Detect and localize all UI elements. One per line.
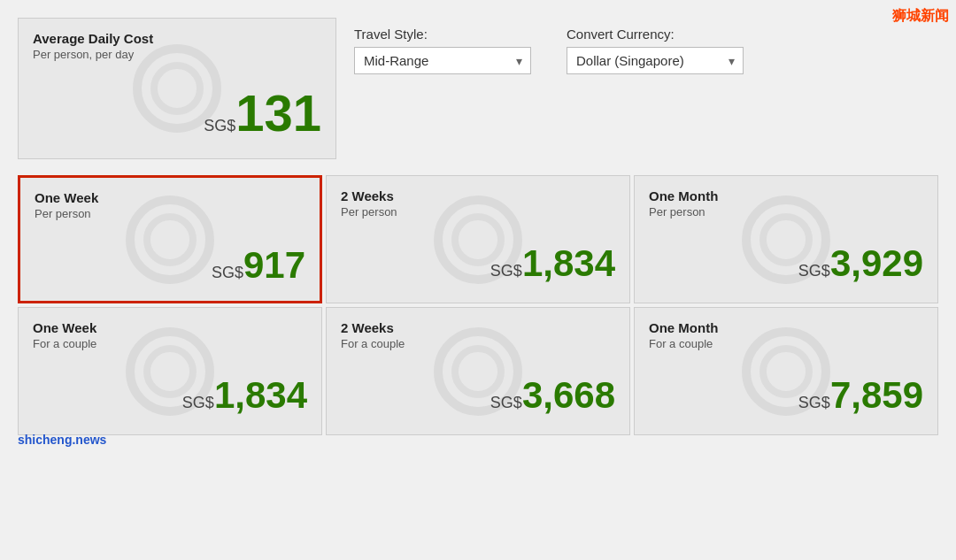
corner-brand-line1: 狮城新闻 (892, 8, 949, 23)
card-subtitle-one-month-per-person: Per person (649, 205, 923, 219)
card-price-one-month-per-person: SG$3,929 (649, 245, 923, 282)
card-subtitle-one-week-couple: For a couple (33, 337, 307, 350)
main-container: 狮城新闻 Average Daily Cost Per person, per … (0, 0, 956, 456)
card-currency-two-weeks-per-person: SG$ (490, 262, 522, 280)
card-value-one-week-per-person: 917 (243, 244, 305, 286)
card-title-one-week-per-person: One Week (35, 190, 305, 205)
card-subtitle-two-weeks-per-person: Per person (341, 205, 615, 219)
cost-card-one-month-per-person: One Month Per person SG$3,929 (634, 175, 938, 303)
card-title-one-month-per-person: One Month (649, 188, 923, 203)
cost-card-one-week-per-person: One Week Per person SG$917 (18, 175, 322, 303)
avg-daily-cost-card: Average Daily Cost Per person, per day S… (18, 18, 336, 159)
card-currency-one-month-per-person: SG$ (798, 262, 830, 280)
card-price-two-weeks-per-person: SG$1,834 (341, 245, 615, 282)
avg-daily-cost-title: Average Daily Cost (33, 31, 321, 46)
convert-currency-select[interactable]: Dollar (Singapore) US Dollar Euro Britis… (567, 47, 744, 74)
card-value-one-month-per-person: 3,929 (830, 242, 923, 284)
card-value-two-weeks-per-person: 1,834 (522, 242, 615, 284)
cost-card-two-weeks-per-person: 2 Weeks Per person SG$1,834 (326, 175, 630, 303)
card-title-one-week-couple: One Week (33, 320, 307, 335)
card-subtitle-two-weeks-couple: For a couple (341, 337, 615, 350)
per-person-grid: One Week Per person SG$917 2 Weeks Per p… (18, 175, 938, 303)
card-currency-one-week-per-person: SG$ (212, 264, 243, 281)
couple-grid: One Week For a couple SG$1,834 2 Weeks F… (18, 307, 938, 435)
card-price-one-week-couple: SG$1,834 (33, 377, 307, 414)
card-currency-one-month-couple: SG$ (798, 394, 830, 411)
avg-daily-cost-display: SG$131 (33, 88, 321, 139)
top-section: Average Daily Cost Per person, per day S… (18, 18, 938, 159)
card-title-two-weeks-couple: 2 Weeks (341, 320, 615, 335)
convert-currency-label: Convert Currency: (567, 27, 744, 42)
travel-style-select[interactable]: Budget Mid-Range Luxury (354, 47, 531, 74)
cost-card-one-month-couple: One Month For a couple SG$7,859 (634, 307, 938, 435)
bottom-brand: shicheng.news (18, 432, 106, 448)
cost-card-two-weeks-couple: 2 Weeks For a couple SG$3,668 (326, 307, 630, 435)
travel-style-select-wrapper[interactable]: Budget Mid-Range Luxury (354, 47, 531, 74)
card-price-two-weeks-couple: SG$3,668 (341, 377, 615, 414)
bottom-brand-text: shicheng.news (18, 433, 106, 447)
card-price-one-week-per-person: SG$917 (35, 247, 305, 284)
card-title-two-weeks-per-person: 2 Weeks (341, 188, 615, 203)
card-value-two-weeks-couple: 3,668 (522, 374, 615, 416)
convert-currency-select-wrapper[interactable]: Dollar (Singapore) US Dollar Euro Britis… (567, 47, 744, 74)
card-currency-two-weeks-couple: SG$ (490, 394, 522, 411)
card-subtitle-one-month-couple: For a couple (649, 337, 923, 350)
corner-brand: 狮城新闻 (892, 7, 949, 26)
avg-daily-cost-currency: SG$ (204, 117, 235, 134)
card-value-one-week-couple: 1,834 (214, 374, 307, 416)
card-title-one-month-couple: One Month (649, 320, 923, 335)
card-subtitle-one-week-per-person: Per person (35, 207, 305, 220)
card-value-one-month-couple: 7,859 (830, 374, 923, 416)
avg-daily-cost-subtitle: Per person, per day (33, 48, 321, 61)
cost-card-one-week-couple: One Week For a couple SG$1,834 (18, 307, 322, 435)
avg-daily-cost-value: 131 (235, 84, 321, 142)
card-currency-one-week-couple: SG$ (182, 394, 214, 411)
card-price-one-month-couple: SG$7,859 (649, 377, 923, 414)
convert-currency-group: Convert Currency: Dollar (Singapore) US … (567, 27, 744, 74)
controls-section: Travel Style: Budget Mid-Range Luxury Co… (354, 18, 744, 74)
travel-style-label: Travel Style: (354, 27, 531, 42)
travel-style-group: Travel Style: Budget Mid-Range Luxury (354, 27, 531, 74)
